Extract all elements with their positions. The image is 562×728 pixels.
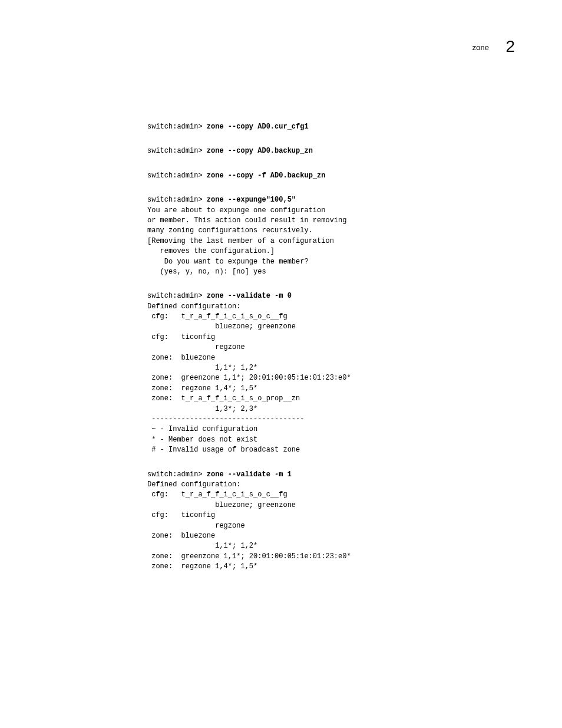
prompt: switch:admin> — [147, 147, 207, 155]
command-block-3: switch:admin> zone --copy -f AD0.backup_… — [147, 171, 515, 181]
command-block-6: switch:admin> zone --validate -m 1 Defin… — [147, 470, 515, 572]
page-number: 2 — [505, 37, 515, 55]
command: zone --copy AD0.cur_cfg1 — [207, 123, 309, 131]
prompt: switch:admin> — [147, 196, 207, 204]
prompt: switch:admin> — [147, 172, 207, 180]
command: zone --validate -m 0 — [207, 292, 292, 300]
command-output: You are about to expunge one configurati… — [147, 206, 346, 276]
command-output: Defined configuration: cfg: t_r_a_f_f_i_… — [147, 302, 351, 454]
prompt: switch:admin> — [147, 123, 207, 131]
page-header: zone 2 — [472, 35, 515, 54]
command-block-2: switch:admin> zone --copy AD0.backup_zn — [147, 146, 515, 156]
document-body: switch:admin> zone --copy AD0.cur_cfg1 s… — [147, 122, 515, 572]
command: zone --copy AD0.backup_zn — [207, 147, 313, 155]
command-block-4: switch:admin> zone --expunge"100,5" You … — [147, 195, 515, 277]
command-block-1: switch:admin> zone --copy AD0.cur_cfg1 — [147, 122, 515, 132]
command: zone --expunge"100,5" — [207, 196, 296, 204]
command: zone --validate -m 1 — [207, 470, 292, 479]
header-label: zone — [472, 43, 489, 52]
prompt: switch:admin> — [147, 292, 207, 300]
command-block-5: switch:admin> zone --validate -m 0 Defin… — [147, 291, 515, 455]
prompt: switch:admin> — [147, 470, 207, 479]
command: zone --copy -f AD0.backup_zn — [207, 172, 326, 180]
command-output: Defined configuration: cfg: t_r_a_f_f_i_… — [147, 480, 351, 571]
